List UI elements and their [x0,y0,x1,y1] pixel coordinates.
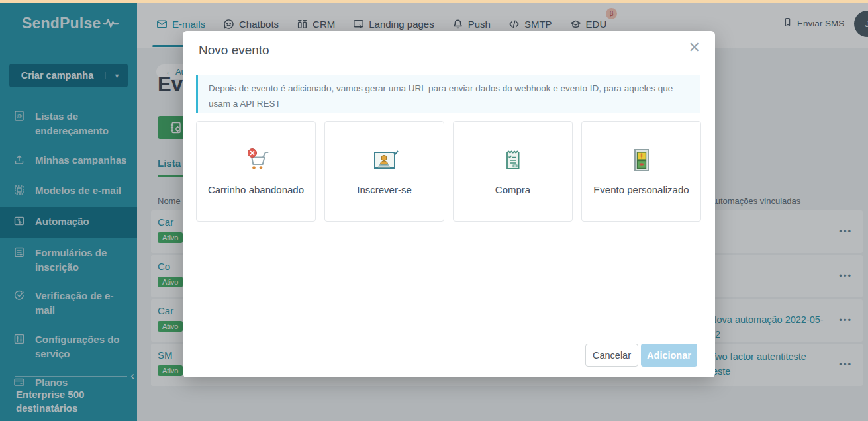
card-custom-event[interactable]: Evento personalizado [581,121,701,222]
card-label: Evento personalizado [593,184,689,195]
close-icon[interactable]: ✕ [689,40,700,55]
modal-title: Novo evento [199,43,269,58]
add-button[interactable]: Adicionar [641,344,697,367]
cancel-button[interactable]: Cancelar [585,344,638,367]
card-abandoned-cart[interactable]: Carrinho abandonado [196,121,316,222]
card-label: Inscrever-se [357,184,412,195]
abandoned-cart-icon [241,146,271,174]
browser-accent-bar [0,0,868,3]
card-subscribe[interactable]: Inscrever-se [324,121,444,222]
new-event-modal: Novo evento ✕ Depois de evento é adicion… [183,31,715,377]
modal-footer: Cancelar Adicionar [585,344,697,367]
card-purchase[interactable]: Compra [453,121,573,222]
custom-event-icon [626,146,657,174]
subscribe-icon [369,146,400,174]
info-banner: Depois de evento é adicionado, vamos ger… [196,75,700,113]
card-label: Compra [495,184,530,195]
card-label: Carrinho abandonado [208,184,304,195]
event-type-cards: Carrinho abandonado Inscrever-se Compra … [196,121,701,222]
receipt-icon [498,146,528,174]
